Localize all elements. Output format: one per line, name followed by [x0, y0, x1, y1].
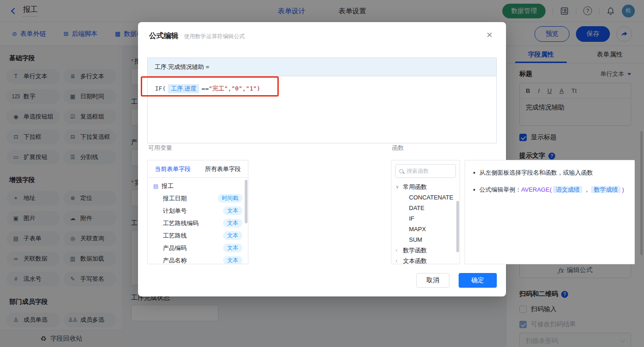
cancel-button[interactable]: 取消: [416, 273, 449, 288]
variable-name: 工艺路线: [163, 232, 187, 240]
scrollbar[interactable]: [456, 201, 459, 252]
search-icon: [399, 169, 403, 173]
formula-editor-modal: 公式编辑 使用数学运算符编辑公式 ✕ 工序.完成情况辅助 = IF(工序.进度=…: [138, 22, 506, 296]
chevron-icon: ›: [396, 258, 401, 263]
modal-subtitle: 使用数学运算符编辑公式: [184, 33, 245, 40]
variable-type-badge: 文本: [223, 206, 242, 215]
formula-arguments: "完工","0","1"): [209, 85, 260, 92]
variable-name: 报工日期: [163, 194, 187, 203]
formula-function: IF(: [155, 85, 166, 92]
tips-panel: 从左侧面板选择字段名和函数，或输入函数 公式编辑举例：AVERAGE(语文成绩，…: [465, 160, 635, 264]
close-icon[interactable]: ✕: [484, 29, 495, 40]
formula-input[interactable]: IF(工序.进度=="完工","0","1"): [148, 76, 496, 101]
variables-section-label: 可用变量: [148, 144, 172, 152]
tip-line2: 公式编辑举例：AVERAGE(语文成绩，数学成绩): [479, 185, 624, 195]
variables-panel: 当前表单字段 所有表单字段 ▤ 报工 报工日期 时间戳 计划单号 文本: [147, 160, 248, 264]
tab-all-form-fields[interactable]: 所有表单字段: [198, 160, 248, 177]
variable-type-badge: 时间戳: [218, 194, 242, 203]
scrollbar[interactable]: [245, 180, 247, 223]
modal-title: 公式编辑: [149, 31, 178, 41]
function-tree: ∨ 常用函数 CONCATENATE DATE IF: [391, 182, 460, 264]
bullet-dot: [473, 189, 475, 191]
function-label: DATE: [409, 205, 425, 211]
function-search-input[interactable]: [407, 168, 452, 174]
tip-line1: 从左侧面板选择字段名和函数，或输入函数: [479, 168, 593, 178]
example-chip-1: 语文成绩: [553, 186, 582, 193]
function-item[interactable]: IF: [391, 213, 460, 224]
function-label: IF: [409, 215, 414, 222]
function-label: 数学函数: [403, 246, 427, 255]
function-item[interactable]: DATE: [391, 203, 460, 213]
variable-type-badge: 文本: [223, 256, 242, 264]
formula-operator: ==: [201, 85, 209, 92]
variable-type-badge: 文本: [223, 244, 242, 252]
variable-name: 工艺路线编码: [163, 219, 199, 228]
variables-root-label: 报工: [161, 182, 173, 190]
function-label: CONCATENATE: [409, 194, 453, 201]
form-doc-icon: ▤: [153, 183, 158, 189]
formula-target: 工序.完成情况辅助 =: [148, 58, 496, 76]
confirm-button[interactable]: 确定: [459, 273, 497, 288]
example-function: AVERAGE(: [521, 186, 552, 193]
variable-item[interactable]: 产品名称 文本: [148, 254, 248, 264]
variable-name: 产品编码: [163, 244, 187, 252]
variable-item[interactable]: 计划单号 文本: [148, 205, 248, 217]
variables-list: ▤ 报工 报工日期 时间戳 计划单号 文本 工艺路线编码: [148, 178, 248, 264]
variables-root-node[interactable]: ▤ 报工: [148, 180, 248, 192]
function-item[interactable]: ∨ 常用函数: [391, 182, 460, 192]
function-item[interactable]: › 数学函数: [391, 245, 460, 256]
functions-panel: ∨ 常用函数 CONCATENATE DATE IF: [391, 160, 460, 264]
variable-items: 报工日期 时间戳 计划单号 文本 工艺路线编码 文本 工艺路线: [148, 192, 248, 264]
bullet-dot: [473, 172, 475, 174]
example-chip-2: 数学成绩: [591, 186, 621, 193]
chevron-icon: ∨: [396, 184, 401, 189]
functions-section-label: 函数: [392, 144, 404, 152]
function-item[interactable]: CONCATENATE: [391, 192, 460, 203]
variable-item[interactable]: 产品编码 文本: [148, 242, 248, 254]
chevron-icon: ›: [396, 248, 401, 253]
variable-type-badge: 文本: [223, 231, 242, 240]
variable-item[interactable]: 工艺路线 文本: [148, 229, 248, 242]
variable-item[interactable]: 报工日期 时间戳: [148, 192, 248, 205]
function-item[interactable]: › 文本函数: [391, 256, 460, 264]
function-item[interactable]: SUM: [391, 234, 460, 245]
formula-variable-chip[interactable]: 工序.进度: [168, 84, 199, 93]
function-item[interactable]: MAPX: [391, 224, 460, 234]
variable-name: 计划单号: [163, 207, 187, 215]
function-label: 常用函数: [403, 183, 427, 191]
function-search[interactable]: [395, 164, 456, 178]
formula-editor: 工序.完成情况辅助 = IF(工序.进度=="完工","0","1"): [147, 57, 497, 143]
variable-name: 产品名称: [163, 256, 187, 265]
function-label: SUM: [409, 236, 422, 243]
function-label: 文本函数: [403, 257, 427, 265]
function-label: MAPX: [409, 226, 426, 233]
tab-current-form-fields[interactable]: 当前表单字段: [148, 160, 198, 177]
variable-item[interactable]: 工艺路线编码 文本: [148, 217, 248, 229]
variable-type-badge: 文本: [223, 219, 242, 228]
